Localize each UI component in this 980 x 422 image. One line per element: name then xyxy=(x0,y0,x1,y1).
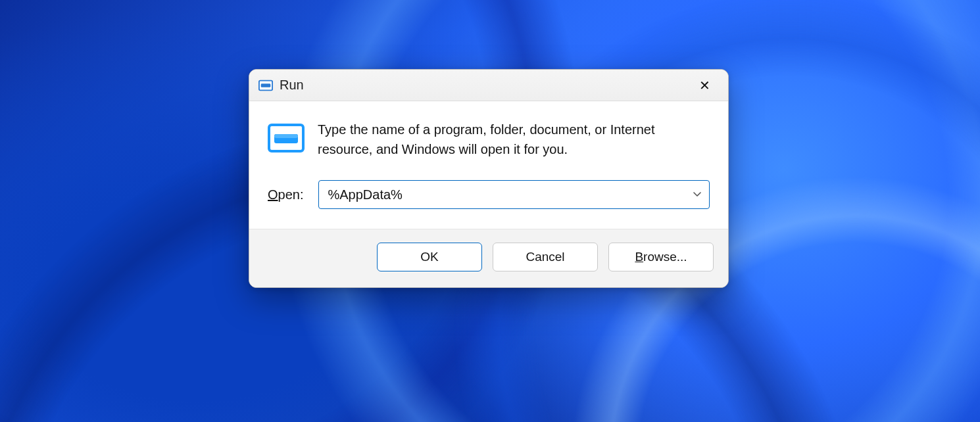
ok-button-label: OK xyxy=(420,250,438,264)
desktop-wallpaper: Run ✕ Type the name of a program, folder… xyxy=(0,0,980,422)
open-input[interactable] xyxy=(327,187,683,203)
dialog-description: Type the name of a program, folder, docu… xyxy=(318,120,686,159)
cancel-button-label: Cancel xyxy=(526,250,564,264)
browse-button-label: Browse... xyxy=(635,250,687,264)
titlebar[interactable]: Run ✕ xyxy=(249,70,728,101)
close-icon: ✕ xyxy=(699,79,710,92)
run-app-icon xyxy=(258,80,273,91)
open-label: Open: xyxy=(268,187,304,202)
run-dialog: Run ✕ Type the name of a program, folder… xyxy=(249,69,729,288)
open-combobox[interactable] xyxy=(318,180,710,209)
dialog-title: Run xyxy=(280,78,304,93)
ok-button[interactable]: OK xyxy=(377,243,482,271)
dialog-footer: OK Cancel Browse... xyxy=(249,229,728,287)
svg-rect-4 xyxy=(274,134,298,138)
cancel-button[interactable]: Cancel xyxy=(493,243,598,271)
svg-rect-1 xyxy=(261,83,271,87)
run-app-icon xyxy=(268,122,305,159)
chevron-down-icon[interactable] xyxy=(692,189,702,200)
browse-button[interactable]: Browse... xyxy=(608,243,714,271)
close-button[interactable]: ✕ xyxy=(686,72,723,99)
